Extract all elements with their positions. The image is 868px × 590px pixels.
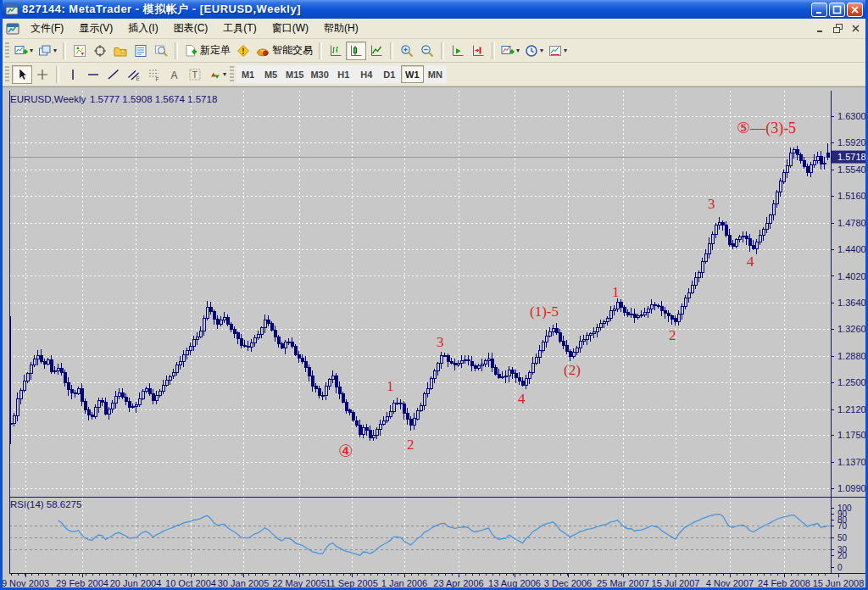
vertical-line-button[interactable]: [63, 65, 83, 84]
chart-line-button[interactable]: [366, 42, 387, 60]
ohlc-values-label: 1.5777 1.5908 1.5674 1.5718: [90, 94, 217, 104]
autoscroll-icon: [451, 44, 465, 58]
timeframe-w1-button[interactable]: W1: [401, 65, 424, 83]
timeframe-h1-button[interactable]: H1: [332, 65, 355, 83]
svg-text:1.2500: 1.2500: [837, 377, 865, 387]
new-order-button[interactable]: 新定单: [181, 42, 233, 60]
svg-text:1.2120: 1.2120: [837, 404, 865, 415]
auto-scroll-button[interactable]: [448, 42, 468, 60]
menu-bar: 文件(F)显示(V)插入(I)图表(C)工具(T)窗口(W)帮助(H): [3, 19, 865, 39]
svg-text:1.4780: 1.4780: [837, 218, 865, 228]
title-bar[interactable]: 827144: MetaTrader - 模拟帐户 - [EURUSD,Week…: [3, 0, 865, 19]
new-chart-button[interactable]: ▾: [12, 42, 36, 60]
svg-text:30 Jan 2005: 30 Jan 2005: [218, 578, 270, 588]
metaeditor-button[interactable]: [233, 42, 253, 60]
toolbar-standard: ▾▾新定单智能交易▾▾▾: [3, 39, 865, 63]
price-chart[interactable]: 1.63001.59201.55401.51601.47801.44001.40…: [3, 86, 865, 590]
toolbar-line-studies: EFAT▾M1M5M15M30H1H4D1W1MN: [3, 63, 865, 86]
cursor-button[interactable]: [12, 65, 32, 84]
svg-text:20: 20: [837, 551, 848, 560]
crosshair-button[interactable]: [32, 65, 53, 84]
svg-text:2: 2: [407, 437, 415, 453]
chart-bars-button[interactable]: [326, 42, 346, 60]
timeframe-m1-button[interactable]: M1: [236, 65, 259, 83]
chevron-down-icon: ▾: [540, 47, 543, 54]
menu-tools[interactable]: 工具(T): [215, 19, 264, 38]
profiles-button[interactable]: ▾: [36, 42, 59, 60]
arrows-button[interactable]: ▾: [205, 65, 229, 84]
zoom-out-button[interactable]: [417, 42, 437, 60]
zoom-in-button[interactable]: [397, 42, 417, 60]
text-button[interactable]: A: [164, 65, 185, 84]
indicators-button[interactable]: ▾: [498, 42, 522, 60]
svg-text:F: F: [156, 75, 159, 81]
horizontal-line-button[interactable]: [83, 65, 103, 84]
svg-text:9 Nov 2003: 9 Nov 2003: [3, 578, 49, 588]
chart-shift-button[interactable]: [468, 42, 488, 60]
svg-text:1.1370: 1.1370: [837, 457, 865, 467]
timeframe-m5-button[interactable]: M5: [259, 65, 282, 83]
fibonacci-button[interactable]: F: [144, 65, 164, 84]
channel-icon: E: [127, 68, 141, 81]
svg-text:1: 1: [387, 378, 394, 394]
menu-help[interactable]: 帮助(H): [316, 19, 366, 38]
timeframe-m30-button[interactable]: M30: [307, 65, 331, 83]
fibo-icon: F: [147, 68, 161, 81]
child-minimize-icon[interactable]: [812, 21, 828, 36]
child-restore-icon[interactable]: [830, 21, 846, 36]
svg-text:2: 2: [669, 327, 676, 343]
svg-text:4 Nov 2007: 4 Nov 2007: [706, 578, 754, 588]
child-close-icon[interactable]: [848, 21, 864, 36]
svg-text:1.3260: 1.3260: [837, 324, 865, 334]
zoom-out-icon: [420, 44, 434, 58]
tline-icon: [107, 68, 120, 81]
minimize-button[interactable]: [811, 3, 827, 17]
hline-icon: [86, 68, 100, 81]
maximize-button[interactable]: [829, 3, 845, 17]
trendline-button[interactable]: [103, 65, 124, 84]
terminal-button[interactable]: [131, 42, 151, 60]
menu-view[interactable]: 显示(V): [71, 19, 120, 38]
menu-file[interactable]: 文件(F): [23, 19, 71, 38]
close-button[interactable]: [847, 3, 863, 17]
timeframe-mn-button[interactable]: MN: [424, 65, 447, 83]
menu-charts[interactable]: 图表(C): [166, 19, 216, 38]
chevron-down-icon: ▾: [30, 47, 33, 54]
expert-advisors-button[interactable]: 智能交易: [253, 42, 315, 60]
periods-button[interactable]: ▾: [522, 42, 546, 60]
chevron-down-icon: ▾: [516, 47, 520, 54]
menu-window[interactable]: 窗口(W): [264, 19, 316, 38]
svg-text:3: 3: [708, 196, 715, 212]
menu-insert[interactable]: 插入(I): [120, 19, 165, 38]
cross-icon: [36, 68, 49, 81]
arrows-icon: [208, 68, 221, 81]
chevron-down-icon: ▾: [53, 47, 57, 54]
svg-text:1.5160: 1.5160: [837, 191, 865, 201]
vline-icon: [66, 68, 80, 81]
market-watch-button[interactable]: [70, 42, 90, 60]
chevron-down-icon: ▾: [564, 47, 567, 54]
shift-icon: [471, 44, 485, 58]
chart-background[interactable]: [3, 86, 865, 590]
navigator-button[interactable]: [110, 42, 131, 60]
toolbar-grip: [230, 66, 234, 83]
strategy-tester-button[interactable]: [151, 42, 171, 60]
chart-plus-icon: [14, 44, 28, 58]
template-icon: [548, 44, 562, 58]
svg-text:A: A: [171, 69, 178, 81]
chart-candles-button[interactable]: [346, 42, 366, 60]
svg-text:1.4400: 1.4400: [837, 244, 865, 254]
equidistant-channel-button[interactable]: E: [124, 65, 144, 84]
text-label-button[interactable]: T: [185, 65, 205, 84]
data-window-button[interactable]: [90, 42, 110, 60]
templates-button[interactable]: ▾: [546, 42, 570, 60]
toolbar-separator: [56, 66, 59, 83]
text-t-icon: T: [188, 68, 202, 81]
timeframe-m15-button[interactable]: M15: [282, 65, 307, 83]
timeframe-h4-button[interactable]: H4: [355, 65, 378, 83]
chevron-down-icon: ▾: [223, 70, 226, 78]
svg-text:④: ④: [338, 442, 353, 460]
doc-plus-icon: [184, 44, 198, 58]
svg-text:1.5540: 1.5540: [837, 164, 865, 175]
timeframe-d1-button[interactable]: D1: [378, 65, 401, 83]
